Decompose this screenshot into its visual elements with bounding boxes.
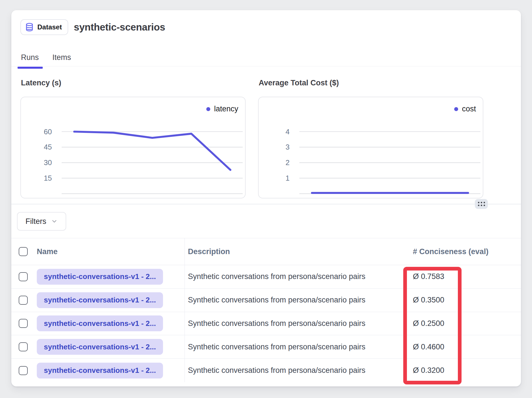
- column-header-description: Description: [185, 247, 413, 256]
- run-description: Synthetic conversations from persona/sce…: [185, 343, 413, 351]
- tab-bar-divider: [11, 66, 521, 66]
- table-body: synthetic-conversations-v1 - 2...Synthet…: [11, 265, 521, 382]
- dataset-page-card: Dataset synthetic-scenarios Runs Items L…: [11, 10, 521, 386]
- cost-chart-title: Average Total Cost ($): [259, 79, 339, 87]
- page-title: synthetic-scenarios: [74, 21, 165, 33]
- filters-button-label: Filters: [25, 217, 46, 226]
- column-header-conciseness: # Conciseness (eval): [413, 247, 521, 256]
- table-row: synthetic-conversations-v1 - 2...Synthet…: [11, 335, 521, 359]
- svg-text:45: 45: [44, 143, 52, 151]
- row-checkbox[interactable]: [19, 366, 28, 375]
- run-name-link[interactable]: synthetic-conversations-v1 - 2...: [37, 269, 163, 285]
- run-name-link[interactable]: synthetic-conversations-v1 - 2...: [37, 339, 163, 355]
- row-checkbox[interactable]: [19, 272, 28, 281]
- dataset-badge-label: Dataset: [37, 23, 62, 31]
- cost-chart-legend: cost: [454, 105, 476, 113]
- legend-dot-icon: [454, 107, 458, 111]
- run-name-link[interactable]: synthetic-conversations-v1 - 2...: [37, 363, 163, 378]
- drag-handle[interactable]: [475, 199, 488, 209]
- filters-button[interactable]: Filters: [17, 212, 66, 231]
- charts-section-divider: [11, 204, 521, 204]
- run-name-link[interactable]: synthetic-conversations-v1 - 2...: [37, 315, 163, 331]
- svg-text:2: 2: [286, 159, 289, 166]
- legend-label: cost: [462, 105, 476, 113]
- dataset-badge: Dataset: [20, 19, 68, 35]
- svg-text:30: 30: [44, 159, 52, 166]
- database-icon: [25, 23, 34, 32]
- table-row: synthetic-conversations-v1 - 2...Synthet…: [11, 359, 521, 382]
- table-row: synthetic-conversations-v1 - 2...Synthet…: [11, 289, 521, 312]
- run-description: Synthetic conversations from persona/sce…: [185, 272, 413, 281]
- svg-text:4: 4: [286, 128, 289, 136]
- latency-chart-legend: latency: [206, 105, 238, 113]
- run-description: Synthetic conversations from persona/sce…: [185, 296, 413, 304]
- conciseness-value: Ø 0.3200: [413, 366, 521, 375]
- row-checkbox[interactable]: [19, 342, 28, 351]
- run-description: Synthetic conversations from persona/sce…: [185, 319, 413, 328]
- runs-table: Name Description # Conciseness (eval) sy…: [11, 238, 521, 386]
- chevron-down-icon: [51, 218, 58, 225]
- latency-chart: 60453015 latency: [20, 97, 246, 198]
- page-header: Dataset synthetic-scenarios: [20, 19, 165, 35]
- run-name-link[interactable]: synthetic-conversations-v1 - 2...: [37, 292, 163, 308]
- conciseness-value: Ø 0.7583: [413, 272, 521, 281]
- cost-chart: 4321 cost: [258, 97, 483, 198]
- conciseness-value: Ø 0.4600: [413, 343, 521, 351]
- svg-text:60: 60: [44, 128, 52, 136]
- conciseness-value: Ø 0.3500: [413, 296, 521, 304]
- row-checkbox[interactable]: [19, 296, 28, 305]
- conciseness-value: Ø 0.2500: [413, 319, 521, 328]
- column-header-name: Name: [32, 238, 185, 265]
- grip-dots-icon: [478, 202, 485, 206]
- legend-dot-icon: [206, 107, 210, 111]
- svg-text:15: 15: [44, 174, 52, 182]
- svg-text:3: 3: [286, 143, 289, 151]
- table-row: synthetic-conversations-v1 - 2...Synthet…: [11, 265, 521, 289]
- table-header-row: Name Description # Conciseness (eval): [11, 238, 521, 265]
- run-description: Synthetic conversations from persona/sce…: [185, 366, 413, 375]
- legend-label: latency: [214, 105, 238, 113]
- latency-chart-title: Latency (s): [21, 79, 61, 87]
- row-checkbox[interactable]: [19, 319, 28, 328]
- select-all-checkbox[interactable]: [19, 247, 28, 256]
- table-row: synthetic-conversations-v1 - 2...Synthet…: [11, 312, 521, 336]
- svg-text:1: 1: [286, 174, 289, 182]
